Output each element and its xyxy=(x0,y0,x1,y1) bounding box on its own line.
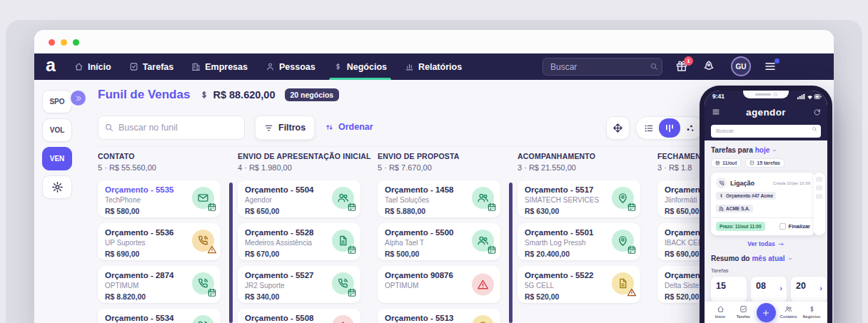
nav-item-relatorios[interactable]: Relatórios xyxy=(405,53,462,80)
calendar-icon xyxy=(207,202,217,212)
window-chrome xyxy=(34,30,834,53)
calendar-icon xyxy=(715,160,720,165)
phone-icon xyxy=(332,272,354,294)
view-kanban-button[interactable] xyxy=(659,118,680,138)
calendar-icon xyxy=(347,245,357,255)
nav-item-inicio[interactable]: Início xyxy=(74,53,111,80)
column-scrollbar[interactable] xyxy=(229,183,233,323)
see-all-link[interactable]: Ver todas xyxy=(711,240,821,247)
stat-value: 08 xyxy=(756,281,766,291)
phone-nav-negocios[interactable]: Negócios xyxy=(802,305,822,319)
hamburger-icon xyxy=(712,108,720,116)
phone-refresh-button[interactable] xyxy=(813,108,821,116)
deal-value: R$ 650,00 xyxy=(245,207,353,215)
notification-badge: 1 xyxy=(684,56,693,66)
summary-section-title[interactable]: Resumo do mês atual xyxy=(711,255,821,262)
nav-item-negocios[interactable]: Negócios xyxy=(333,53,387,80)
deal-card[interactable]: Orçamento - 5513 MAPCELL xyxy=(378,309,500,323)
nav-item-empresas[interactable]: Empresas xyxy=(191,53,248,80)
chevron-right-icon: › xyxy=(819,284,822,292)
filters-button[interactable]: Filtros xyxy=(255,116,315,140)
rocket-button[interactable] xyxy=(702,60,715,73)
nav-label: Empresas xyxy=(205,62,248,72)
deal-card[interactable]: Orçamento - 5500 Alpha Tael T R$ 500,00 xyxy=(378,223,500,260)
calendar-icon xyxy=(487,245,497,255)
agendor-logo: a xyxy=(46,55,56,76)
deal-card[interactable]: Orçamento - 2874 OPTIMUM R$ 8.820,00 xyxy=(98,266,221,303)
warning-icon xyxy=(627,287,637,297)
column-name: ENVIO DE APRESENTAÇÃO INICIAL xyxy=(238,152,366,160)
user-avatar[interactable]: GU xyxy=(731,56,751,76)
deal-card[interactable]: Orçamento - 5528 Medeiros Assistência R$… xyxy=(238,223,360,260)
expand-rail-button[interactable] xyxy=(69,88,88,108)
deal-card[interactable]: Orçamento - 5527 JR2 Suporte R$ 340,00 xyxy=(238,266,360,303)
phone-add-button[interactable] xyxy=(757,303,776,322)
column-summary: 4 · R$ 1.980,00 xyxy=(238,163,366,172)
column-scrollbar[interactable] xyxy=(509,183,513,323)
deal-value: R$ 520,00 xyxy=(525,292,633,301)
deal-card[interactable]: Orçamento - 5501 Smarth Log Pressh R$ 20… xyxy=(518,223,640,260)
deal-card[interactable]: Orçamento - 5522 5G CELL R$ 520,00 xyxy=(518,266,640,303)
column-summary: 3 · R$ 21.550,00 xyxy=(518,163,646,172)
deal-card[interactable]: Orçamento 90876 OPTIMUM xyxy=(378,266,500,303)
company-tag: ACME S.A. xyxy=(716,205,753,212)
deal-card[interactable]: Orçamento - 1458 Tael Soluções R$ 5.880,… xyxy=(378,180,500,217)
mail-icon xyxy=(192,187,214,209)
close-window-button[interactable] xyxy=(49,39,55,46)
global-search-input[interactable] xyxy=(542,58,662,76)
funnel-settings-button[interactable] xyxy=(42,175,72,199)
stat-card[interactable]: 15 xyxy=(711,277,747,302)
deal-card[interactable]: Orçamento - 5534 Stevey xyxy=(98,309,221,323)
stat-card[interactable]: 20 › xyxy=(791,277,827,302)
nav-item-pessoas[interactable]: Pessoas xyxy=(266,53,316,80)
page-header: Funil de Vendas R$ 88.620,00 20 negócios xyxy=(98,88,339,102)
view-scatter-button[interactable] xyxy=(680,118,701,138)
home-icon xyxy=(717,305,725,313)
nav-item-tarefas[interactable]: Tarefas xyxy=(129,53,174,80)
funnel-tab-spo[interactable]: SPO xyxy=(42,90,72,113)
speaker-slot xyxy=(755,93,771,96)
phone-mockup: 9:41 agendor xyxy=(700,86,832,323)
column-contato: CONTATO 5 · R$ 55.560,00 Orçamento - 553… xyxy=(98,152,226,323)
funnel-tab-ven[interactable]: VEN xyxy=(42,147,72,170)
deal-card[interactable]: Orçamento - 5508 MOBILE TECH xyxy=(238,309,360,323)
deal-count-badge: 20 negócios xyxy=(285,88,340,101)
task-type: Ligação xyxy=(730,180,773,187)
deal-card[interactable]: Orçamento - 5535 TechPhone R$ 580,00 xyxy=(98,180,221,217)
view-list-button[interactable] xyxy=(638,118,659,138)
deal-card[interactable]: Orçamento - 5536 UP Suportes R$ 690,00 xyxy=(98,223,221,260)
stat-card[interactable]: 08 › xyxy=(751,277,787,302)
nav-label: Relatórios xyxy=(418,62,462,72)
phone-nav-label: Tarefas xyxy=(737,314,750,319)
filter-icon xyxy=(264,123,273,133)
more-menu-button[interactable] xyxy=(764,60,777,73)
funnel-tab-vol[interactable]: VOL xyxy=(42,118,72,142)
column-name: ACOMPANHAMENTO xyxy=(518,152,646,160)
finish-task-control[interactable]: Finalizar xyxy=(779,223,810,230)
phone-menu-button[interactable] xyxy=(712,108,720,116)
phone-nav-inicio[interactable]: Início xyxy=(710,305,730,319)
maximize-window-button[interactable] xyxy=(73,39,79,46)
pin-icon xyxy=(612,187,634,209)
column-envio-proposta: ENVIO DE PROPOSTA 5 · R$ 7.670,00 Orçame… xyxy=(378,152,506,323)
gift-button[interactable]: 1 xyxy=(675,60,688,73)
funnel-search-input[interactable] xyxy=(98,116,245,140)
deal-card[interactable]: Orçamento - 5517 SIMATECH SERVICES R$ 63… xyxy=(518,180,640,217)
tasks-section-title[interactable]: Tarefas para hoje xyxy=(711,146,821,154)
deal-card[interactable]: Orçamento - 5504 Agendor R$ 650,00 xyxy=(238,180,360,217)
task-card[interactable]: Ligação Criada 10/jan 10:39 Orçamento #4… xyxy=(711,173,815,235)
task-count-chip: 15 tarefas xyxy=(745,158,784,168)
drag-mode-button[interactable] xyxy=(606,116,630,140)
people-icon xyxy=(784,305,792,313)
minimize-window-button[interactable] xyxy=(61,39,67,46)
divider xyxy=(711,217,815,218)
chevron-down-icon xyxy=(772,148,777,153)
task-check-icon xyxy=(740,305,747,313)
checkbox[interactable] xyxy=(779,223,786,230)
sort-button[interactable]: Ordenar xyxy=(325,122,373,132)
phone-search-input[interactable] xyxy=(711,125,821,138)
page-title: Funil de Vendas xyxy=(98,88,190,102)
phone-nav-contatos[interactable]: Contatos xyxy=(779,305,799,319)
phone-nav-tarefas[interactable]: Tarefas xyxy=(733,305,753,319)
next-task-card-peek[interactable] xyxy=(814,173,825,235)
